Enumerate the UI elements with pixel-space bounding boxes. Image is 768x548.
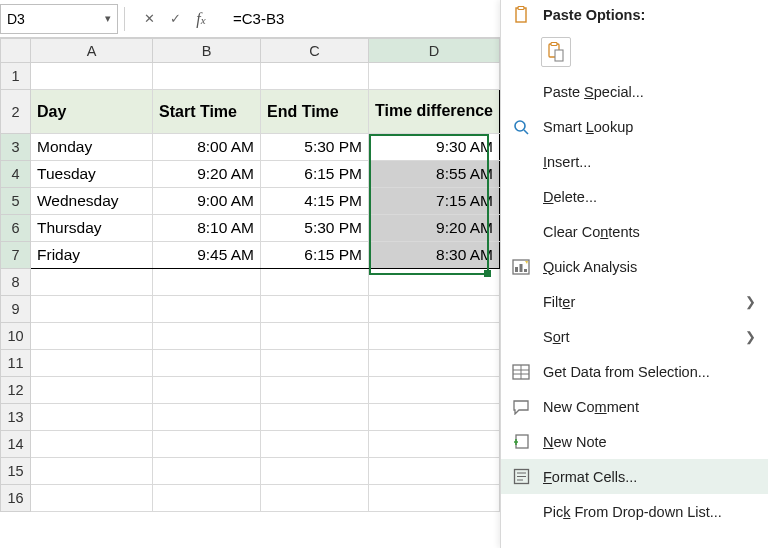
menu-label: Clear Contents bbox=[543, 224, 756, 240]
row-header[interactable]: 14 bbox=[1, 431, 31, 458]
fx-icon[interactable]: fx bbox=[193, 10, 209, 28]
note-icon bbox=[511, 432, 531, 452]
menu-label: New Comment bbox=[543, 399, 756, 415]
menu-label: Smart Lookup bbox=[543, 119, 756, 135]
menu-label: Filter bbox=[543, 294, 733, 310]
row-header[interactable]: 3 bbox=[1, 134, 31, 161]
cell[interactable]: 8:30 AM bbox=[369, 242, 500, 269]
svg-rect-3 bbox=[551, 43, 557, 46]
cell[interactable]: Thursday bbox=[31, 215, 153, 242]
menu-label: Insert... bbox=[543, 154, 756, 170]
table-icon bbox=[511, 362, 531, 382]
menu-label: Pick From Drop-down List... bbox=[543, 504, 756, 520]
cell[interactable]: Tuesday bbox=[31, 161, 153, 188]
menu-get-data[interactable]: Get Data from Selection... bbox=[501, 354, 768, 389]
cell[interactable]: 6:15 PM bbox=[261, 242, 369, 269]
table-header-day[interactable]: Day bbox=[31, 90, 153, 134]
menu-label: Paste Special... bbox=[543, 84, 756, 100]
menu-filter[interactable]: Filter ❯ bbox=[501, 284, 768, 319]
name-box-value: D3 bbox=[7, 11, 25, 27]
row-header[interactable]: 8 bbox=[1, 269, 31, 296]
menu-label: Paste Options: bbox=[543, 7, 756, 23]
paste-options-row bbox=[501, 30, 768, 74]
menu-quick-analysis[interactable]: Quick Analysis bbox=[501, 249, 768, 284]
menu-pick-from-list[interactable]: Pick From Drop-down List... bbox=[501, 494, 768, 529]
menu-sort[interactable]: Sort ❯ bbox=[501, 319, 768, 354]
cell[interactable]: 9:20 AM bbox=[369, 215, 500, 242]
select-all-corner[interactable] bbox=[1, 39, 31, 63]
row-header[interactable]: 10 bbox=[1, 323, 31, 350]
quick-analysis-icon bbox=[511, 257, 531, 277]
row-header[interactable]: 9 bbox=[1, 296, 31, 323]
cell[interactable]: 9:20 AM bbox=[153, 161, 261, 188]
chevron-right-icon: ❯ bbox=[745, 294, 756, 309]
row-header[interactable]: 15 bbox=[1, 458, 31, 485]
svg-rect-1 bbox=[518, 7, 524, 10]
context-menu: Paste Options: Paste Special... Smart Lo… bbox=[500, 0, 768, 548]
row-header[interactable]: 4 bbox=[1, 161, 31, 188]
cell[interactable]: 7:15 AM bbox=[369, 188, 500, 215]
format-cells-icon bbox=[511, 467, 531, 487]
menu-delete[interactable]: Delete... bbox=[501, 179, 768, 214]
svg-rect-4 bbox=[555, 50, 563, 61]
col-header-c[interactable]: C bbox=[261, 39, 369, 63]
row-header[interactable]: 7 bbox=[1, 242, 31, 269]
row-header[interactable]: 5 bbox=[1, 188, 31, 215]
svg-point-5 bbox=[515, 121, 525, 131]
menu-label: Sort bbox=[543, 329, 733, 345]
clipboard-icon bbox=[511, 5, 531, 25]
table-header-end[interactable]: End Time bbox=[261, 90, 369, 134]
svg-rect-0 bbox=[516, 8, 526, 22]
svg-rect-8 bbox=[515, 267, 518, 272]
cell[interactable]: 4:15 PM bbox=[261, 188, 369, 215]
confirm-icon[interactable]: ✓ bbox=[167, 11, 183, 26]
svg-rect-9 bbox=[520, 264, 523, 272]
comment-icon bbox=[511, 397, 531, 417]
row-header[interactable]: 11 bbox=[1, 350, 31, 377]
menu-insert[interactable]: Insert... bbox=[501, 144, 768, 179]
cell[interactable]: 8:55 AM bbox=[369, 161, 500, 188]
cell[interactable]: 8:10 AM bbox=[153, 215, 261, 242]
table-header-diff[interactable]: Time difference bbox=[369, 90, 500, 134]
name-box[interactable]: D3 ▾ bbox=[0, 4, 118, 34]
menu-paste-options-header: Paste Options: bbox=[501, 0, 768, 30]
menu-label: New Note bbox=[543, 434, 756, 450]
search-icon bbox=[511, 117, 531, 137]
svg-rect-10 bbox=[524, 269, 527, 272]
menu-label: Get Data from Selection... bbox=[543, 364, 756, 380]
menu-label: Format Cells... bbox=[543, 469, 756, 485]
cell[interactable]: 6:15 PM bbox=[261, 161, 369, 188]
row-header[interactable]: 16 bbox=[1, 485, 31, 512]
cell-active[interactable]: 9:30 AM bbox=[369, 134, 500, 161]
cancel-icon[interactable]: ✕ bbox=[141, 11, 157, 26]
chevron-right-icon: ❯ bbox=[745, 329, 756, 344]
menu-new-note[interactable]: New Note bbox=[501, 424, 768, 459]
menu-format-cells[interactable]: Format Cells... bbox=[501, 459, 768, 494]
col-header-a[interactable]: A bbox=[31, 39, 153, 63]
menu-smart-lookup[interactable]: Smart Lookup bbox=[501, 109, 768, 144]
cell[interactable]: 8:00 AM bbox=[153, 134, 261, 161]
cell[interactable]: 9:00 AM bbox=[153, 188, 261, 215]
row-header[interactable]: 12 bbox=[1, 377, 31, 404]
row-header[interactable]: 1 bbox=[1, 63, 31, 90]
cell[interactable]: 5:30 PM bbox=[261, 134, 369, 161]
menu-paste-special[interactable]: Paste Special... bbox=[501, 74, 768, 109]
row-header[interactable]: 2 bbox=[1, 90, 31, 134]
chevron-down-icon[interactable]: ▾ bbox=[105, 12, 111, 25]
cell[interactable]: 5:30 PM bbox=[261, 215, 369, 242]
col-header-d[interactable]: D bbox=[369, 39, 500, 63]
row-header[interactable]: 13 bbox=[1, 404, 31, 431]
cell[interactable]: 9:45 AM bbox=[153, 242, 261, 269]
menu-clear-contents[interactable]: Clear Contents bbox=[501, 214, 768, 249]
cell[interactable]: Wednesday bbox=[31, 188, 153, 215]
menu-label: Quick Analysis bbox=[543, 259, 756, 275]
col-header-b[interactable]: B bbox=[153, 39, 261, 63]
menu-label: Delete... bbox=[543, 189, 756, 205]
paste-default-button[interactable] bbox=[541, 37, 571, 67]
svg-line-6 bbox=[524, 130, 528, 134]
row-header[interactable]: 6 bbox=[1, 215, 31, 242]
cell[interactable]: Monday bbox=[31, 134, 153, 161]
cell[interactable]: Friday bbox=[31, 242, 153, 269]
menu-new-comment[interactable]: New Comment bbox=[501, 389, 768, 424]
table-header-start[interactable]: Start Time bbox=[153, 90, 261, 134]
